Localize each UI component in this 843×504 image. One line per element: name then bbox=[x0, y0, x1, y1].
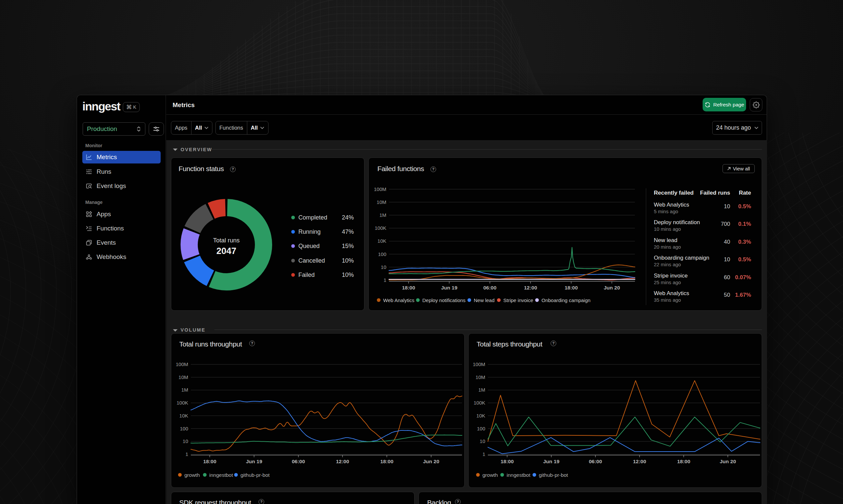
svg-text:06:00: 06:00 bbox=[292, 458, 305, 464]
svg-text:1M: 1M bbox=[181, 387, 188, 393]
svg-text:18:00: 18:00 bbox=[500, 458, 514, 464]
svg-text:100M: 100M bbox=[472, 361, 485, 367]
svg-text:github-pr-bot: github-pr-bot bbox=[539, 472, 569, 478]
svg-text:100K: 100K bbox=[176, 400, 188, 406]
svg-text:10K: 10K bbox=[179, 413, 188, 418]
svg-text:06:00: 06:00 bbox=[589, 458, 602, 464]
svg-text:Jun 20: Jun 20 bbox=[423, 458, 439, 464]
svg-text:growth: growth bbox=[185, 472, 200, 478]
svg-text:1M: 1M bbox=[478, 387, 485, 393]
svg-text:Jun 19: Jun 19 bbox=[543, 458, 559, 464]
svg-text:growth: growth bbox=[483, 472, 498, 478]
svg-text:12:00: 12:00 bbox=[633, 458, 646, 464]
svg-text:100K: 100K bbox=[474, 400, 485, 406]
svg-text:Jun 20: Jun 20 bbox=[720, 458, 736, 464]
svg-text:18:00: 18:00 bbox=[677, 458, 690, 464]
svg-text:10M: 10M bbox=[476, 374, 485, 380]
svg-text:inngestbot: inngestbot bbox=[507, 472, 531, 478]
svg-text:10K: 10K bbox=[476, 413, 485, 418]
svg-text:100: 100 bbox=[180, 426, 188, 431]
svg-text:10: 10 bbox=[183, 438, 188, 444]
svg-text:1: 1 bbox=[186, 451, 188, 457]
svg-text:10: 10 bbox=[480, 438, 485, 444]
svg-text:10M: 10M bbox=[178, 374, 188, 380]
svg-text:100M: 100M bbox=[176, 361, 188, 367]
svg-text:inngestbot: inngestbot bbox=[209, 472, 233, 478]
svg-text:18:00: 18:00 bbox=[380, 458, 394, 464]
svg-text:github-pr-bot: github-pr-bot bbox=[241, 472, 270, 478]
svg-text:12:00: 12:00 bbox=[336, 458, 349, 464]
svg-text:18:00: 18:00 bbox=[203, 458, 217, 464]
svg-text:1: 1 bbox=[483, 451, 485, 457]
svg-text:Jun 19: Jun 19 bbox=[246, 458, 262, 464]
svg-text:100: 100 bbox=[477, 426, 485, 431]
